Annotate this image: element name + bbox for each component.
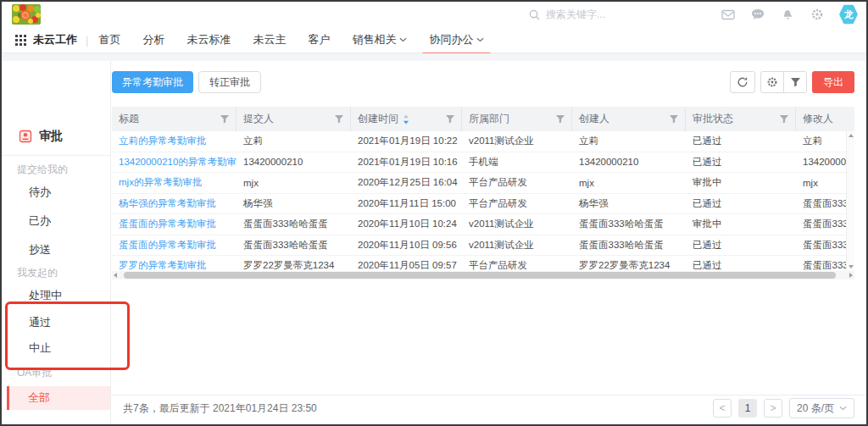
sidebar-item-all-active[interactable]: 全部 bbox=[7, 386, 110, 410]
cell-status: 已通过 bbox=[686, 259, 796, 272]
filter-icon[interactable] bbox=[780, 115, 788, 124]
cell-submitter: 蛋蛋面333哈哈蛋蛋 bbox=[236, 239, 351, 252]
scroll-left-arrow[interactable] bbox=[114, 273, 117, 278]
column-header-submitter[interactable]: 提交人 bbox=[236, 107, 351, 131]
cell-title[interactable]: 蛋蛋面的异常考勤审批 bbox=[112, 218, 236, 230]
cell-title[interactable]: 杨华强的异常考勤审批 bbox=[112, 197, 236, 210]
sidebar-divider bbox=[2, 155, 110, 156]
nav-item-home[interactable]: 首页 bbox=[98, 32, 120, 47]
scroll-right-arrow[interactable] bbox=[849, 273, 853, 278]
cell-creator: 杨华强 bbox=[572, 197, 686, 210]
column-header-status[interactable]: 审批状态 bbox=[686, 107, 796, 131]
scroll-down-arrow[interactable] bbox=[849, 265, 854, 268]
workspace-name[interactable]: 未云工作 bbox=[33, 32, 77, 47]
sidebar-item-cc[interactable]: 抄送 bbox=[29, 242, 51, 257]
current-page-button[interactable]: 1 bbox=[738, 399, 757, 418]
cell-creator: 立莉 bbox=[572, 135, 686, 147]
pagination: < 1 > 20 条/页 bbox=[713, 398, 854, 418]
nav-item-customer[interactable]: 客户 bbox=[308, 32, 330, 47]
nav-item-label: 协同办公 bbox=[429, 32, 473, 47]
mail-icon[interactable] bbox=[721, 7, 736, 22]
filter-icon[interactable] bbox=[670, 115, 678, 124]
table-row: 立莉的异常考勤审批立莉2021年01月19日 10:22v2011测试企业立莉已… bbox=[112, 131, 854, 152]
cell-created: 2020年11月10日 09:56 bbox=[351, 239, 462, 252]
cell-created: 2020年11月05日 09:57 bbox=[351, 259, 462, 272]
cell-submitter: 13420000210 bbox=[236, 157, 351, 167]
sidebar-item-todo[interactable]: 待办 bbox=[29, 185, 51, 200]
column-header-creator[interactable]: 创建人 bbox=[572, 107, 686, 131]
app-logo[interactable] bbox=[12, 4, 41, 25]
filter-icon[interactable] bbox=[335, 115, 343, 124]
vertical-scrollbar[interactable] bbox=[846, 131, 854, 271]
table-row: 13420000210的异常考勤审批134200002102021年01月19日… bbox=[112, 152, 854, 174]
column-header-modifier[interactable]: 修改人 bbox=[796, 107, 854, 131]
table-row: 蛋蛋面的异常考勤审批蛋蛋面333哈哈蛋蛋2020年11月10日 10:24v20… bbox=[112, 214, 854, 235]
cell-title[interactable]: 罗罗的异常考勤审批 bbox=[112, 259, 236, 272]
topbar-icons: 龙 bbox=[721, 2, 858, 27]
cell-creator: mjx bbox=[572, 178, 686, 188]
next-page-button[interactable]: > bbox=[764, 399, 782, 418]
column-header-created[interactable]: 创建时间 bbox=[351, 107, 462, 131]
column-header-title[interactable]: 标题 bbox=[112, 107, 236, 131]
cell-title[interactable]: mjx的异常考勤审批 bbox=[112, 176, 236, 189]
cell-department: 平台产品研发 bbox=[462, 197, 572, 210]
search-placeholder: 搜索关键字... bbox=[546, 8, 605, 22]
cell-submitter: 罗罗22罗曼蒂克1234 bbox=[236, 259, 351, 272]
column-label: 修改人 bbox=[803, 112, 833, 126]
nav-item-sales[interactable]: 销售相关 bbox=[352, 32, 407, 47]
filter-icon[interactable] bbox=[446, 115, 454, 124]
cell-title[interactable]: 蛋蛋面的异常考勤审批 bbox=[112, 239, 236, 252]
export-button[interactable]: 导出 bbox=[812, 71, 854, 93]
sidebar-item-done[interactable]: 已办 bbox=[29, 213, 51, 229]
nav-item-standard[interactable]: 未云标准 bbox=[186, 32, 231, 47]
approval-stamp-icon bbox=[19, 130, 32, 143]
cell-status: 已通过 bbox=[686, 156, 796, 169]
user-avatar[interactable]: 龙 bbox=[839, 4, 858, 25]
cell-created: 2020年11月10日 10:24 bbox=[351, 218, 462, 230]
bell-icon[interactable] bbox=[780, 7, 795, 22]
sidebar-item-processing[interactable]: 处理中 bbox=[29, 288, 62, 303]
filter-icon[interactable] bbox=[220, 115, 229, 124]
horizontal-scroll-thumb[interactable] bbox=[124, 272, 836, 279]
column-label: 创建时间 bbox=[358, 112, 398, 126]
filter-button[interactable] bbox=[783, 72, 806, 92]
nav-item-collaboration[interactable]: 协同办公 bbox=[429, 32, 484, 47]
main-navbar: 未云工作 | 首页 分析 未云标准 未云主 客户 销售相关 协同办公 bbox=[2, 27, 866, 53]
sidebar-group-oa: OA审批 bbox=[17, 366, 52, 380]
cell-submitter: 蛋蛋面333哈哈蛋蛋 bbox=[236, 218, 351, 230]
table-row: mjx的异常考勤审批mjx2020年12月25日 16:04平台产品研发mjx审… bbox=[112, 173, 854, 194]
tab-regularization[interactable]: 转正审批 bbox=[198, 71, 261, 93]
sort-icon[interactable] bbox=[403, 114, 409, 124]
cell-submitter: 立莉 bbox=[236, 135, 351, 147]
apps-grid-icon[interactable] bbox=[15, 35, 26, 46]
cell-status: 审批中 bbox=[686, 176, 796, 189]
column-settings-button[interactable] bbox=[761, 72, 783, 92]
cell-created: 2020年12月25日 16:04 bbox=[351, 176, 462, 189]
approval-table: 标题提交人创建时间所属部门创建人审批状态修改人 立莉的异常考勤审批立莉2021年… bbox=[112, 107, 854, 277]
tab-abnormal-attendance[interactable]: 异常考勤审批 bbox=[112, 71, 193, 93]
scroll-up-arrow[interactable] bbox=[849, 134, 854, 137]
cell-title[interactable]: 13420000210的异常考勤审批 bbox=[112, 156, 236, 169]
chat-icon[interactable] bbox=[750, 7, 765, 22]
filter-icon[interactable] bbox=[556, 115, 565, 124]
cell-creator: 罗罗22罗曼蒂克1234 bbox=[572, 259, 686, 272]
table-row: 杨华强的异常考勤审批杨华强2020年11月11日 15:00平台产品研发杨华强已… bbox=[112, 194, 854, 215]
global-search[interactable]: 搜索关键字... bbox=[529, 2, 605, 27]
cell-submitter: mjx bbox=[236, 178, 351, 188]
nav-item-main[interactable]: 未云主 bbox=[253, 32, 286, 47]
horizontal-scrollbar[interactable] bbox=[112, 271, 854, 279]
prev-page-button[interactable]: < bbox=[713, 399, 732, 418]
cell-title[interactable]: 立莉的异常考勤审批 bbox=[112, 135, 236, 147]
page-size-select[interactable]: 20 条/页 bbox=[789, 398, 854, 418]
table-row: 蛋蛋面的异常考勤审批蛋蛋面333哈哈蛋蛋2020年11月10日 09:56v20… bbox=[112, 235, 854, 257]
cell-department: 手机端 bbox=[462, 156, 572, 169]
sidebar-item-passed[interactable]: 通过 bbox=[29, 315, 51, 330]
sidebar-item-aborted[interactable]: 中止 bbox=[29, 340, 51, 356]
chevron-down-icon bbox=[399, 37, 407, 42]
cell-created: 2021年01月19日 10:16 bbox=[351, 156, 462, 169]
nav-item-analysis[interactable]: 分析 bbox=[142, 32, 164, 47]
cell-created: 2020年11月11日 15:00 bbox=[351, 197, 462, 210]
column-header-department[interactable]: 所属部门 bbox=[462, 107, 572, 131]
gear-icon[interactable] bbox=[810, 7, 825, 22]
refresh-button[interactable] bbox=[730, 71, 755, 93]
